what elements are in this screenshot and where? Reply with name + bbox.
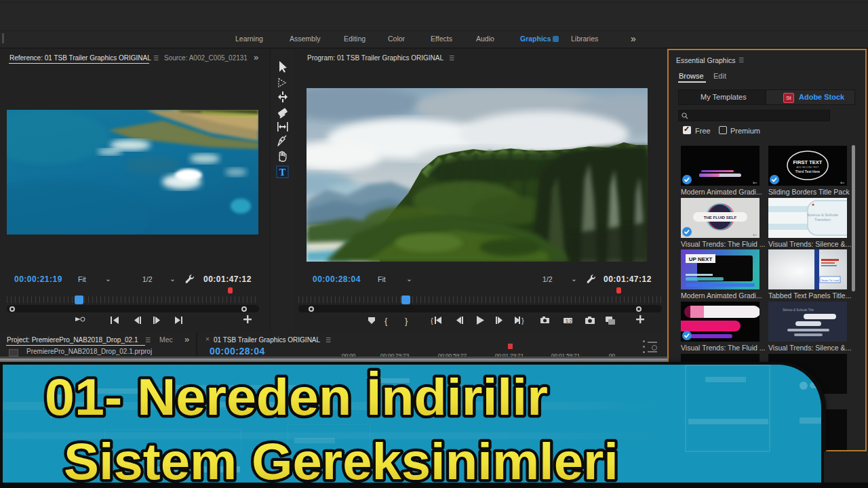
- svg-text:Science & Solitude: Science & Solitude: [807, 213, 838, 217]
- svg-text:FIRST TEXT: FIRST TEXT: [793, 159, 823, 165]
- svg-text:}: }: [405, 316, 408, 326]
- svg-text:{: {: [431, 317, 433, 325]
- svg-text:UP NEXT: UP NEXT: [689, 256, 713, 262]
- svg-text:{: {: [384, 316, 388, 326]
- svg-text:THE FLUID SELF: THE FLUID SELF: [704, 216, 737, 220]
- svg-text:Transition: Transition: [814, 218, 831, 222]
- svg-text:Ast: Ast: [840, 181, 845, 184]
- svg-text:ADD SECOND TEXT: ADD SECOND TEXT: [796, 166, 819, 169]
- svg-text:Sistem Gereksinimleri: Sistem Gereksinimleri: [64, 432, 618, 488]
- svg-text:1:2: 1:2: [566, 319, 572, 323]
- svg-text:T: T: [279, 167, 286, 178]
- svg-text:Ast: Ast: [753, 233, 757, 237]
- svg-text:Swipe To Load: Swipe To Load: [821, 279, 839, 282]
- svg-text:Silence & Solitude Title: Silence & Solitude Title: [783, 308, 814, 312]
- svg-text:01- Nereden İndirilir: 01- Nereden İndirilir: [45, 368, 548, 426]
- svg-text:Third Text Here: Third Text Here: [795, 169, 821, 174]
- svg-text:}: }: [521, 317, 524, 325]
- svg-text:Ast: Ast: [753, 181, 757, 184]
